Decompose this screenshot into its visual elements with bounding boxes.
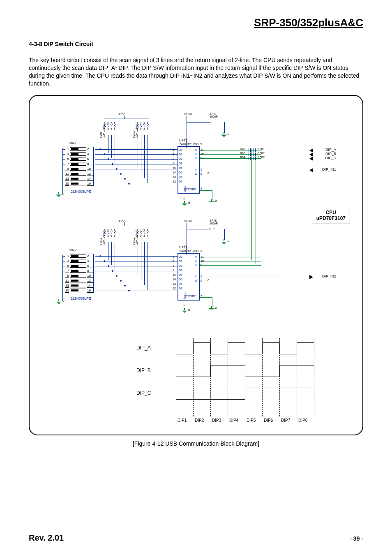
junction-dot	[128, 183, 130, 185]
res-ref: R62	[240, 148, 245, 150]
pin-name: D0	[179, 148, 182, 151]
wire	[62, 255, 63, 301]
res-ref: R63	[240, 152, 245, 155]
wire	[62, 169, 65, 169]
pin-number: 4	[173, 148, 174, 151]
switch-part: 218-008LPS	[71, 296, 91, 301]
switch-body	[70, 157, 86, 161]
pin-number: 11	[65, 279, 69, 283]
signal-label: DIP_IN2	[322, 274, 336, 278]
wire	[62, 286, 65, 286]
wire	[144, 135, 145, 178]
pin-number: 1	[173, 162, 174, 165]
wire	[187, 229, 211, 229]
pin-number: 3	[173, 153, 174, 156]
wire	[62, 281, 65, 281]
resistor-network: 54637281	[104, 228, 116, 237]
timing-col-label: DIP7	[281, 418, 290, 423]
pin-number: 13	[173, 176, 176, 178]
figure-caption: [Figure 4-12 USB Communication Block Dia…	[29, 440, 363, 447]
pin-name: D7	[179, 287, 182, 290]
pin-number: 4	[87, 259, 93, 263]
switch-body	[70, 264, 86, 268]
timing-col-label: DIP3	[212, 418, 221, 423]
footer-page-number: - 39 -	[350, 535, 363, 542]
wire	[200, 261, 261, 261]
wire	[148, 135, 148, 183]
junction-dot	[128, 290, 130, 291]
pin-number: 12	[87, 279, 93, 283]
wire	[95, 261, 178, 261]
wire	[95, 281, 178, 281]
ground-symbol: 0	[209, 306, 214, 311]
pin-number: 8	[87, 162, 93, 166]
wire	[251, 149, 252, 260]
res-val: 100F	[258, 148, 265, 150]
wire	[224, 122, 225, 133]
pin-number: 3	[65, 152, 69, 156]
switch-row: 9 10	[65, 166, 93, 171]
wire	[148, 242, 148, 290]
wire	[105, 242, 105, 255]
junction-dot	[108, 158, 109, 160]
switch-part: 218-008LPS	[71, 190, 91, 194]
cap-ref: BP47100nF	[210, 112, 218, 118]
pin-name: D6	[179, 176, 182, 178]
res-val: 100F	[258, 152, 265, 155]
junction-dot	[99, 255, 101, 257]
cpu-block: CPU uPD70F3107	[312, 207, 350, 224]
wire	[224, 229, 225, 240]
switch-row: 5 6	[65, 264, 93, 268]
wire	[62, 261, 65, 261]
pin-number: 6	[87, 157, 93, 161]
wire	[95, 164, 178, 164]
pin-name: B	[195, 259, 197, 262]
pin-name: A	[195, 148, 197, 151]
vcc-label: +3.3V	[116, 112, 125, 116]
wire	[260, 157, 260, 268]
ground-symbol: 0	[221, 239, 227, 244]
wire	[95, 184, 178, 184]
pin-number: 2	[87, 254, 93, 258]
pin-number: 9	[65, 274, 69, 278]
wire	[95, 276, 178, 276]
junction-dot	[112, 270, 113, 272]
switch-body	[70, 182, 86, 185]
footer-revision: Rev. 2.01	[29, 533, 64, 543]
res-ref: R64	[240, 156, 245, 159]
wire	[115, 242, 115, 270]
switch-body	[70, 147, 86, 151]
pin-number: 14	[87, 284, 93, 288]
pin-number: 13	[65, 284, 69, 288]
junction-dot	[124, 285, 126, 287]
timing-col-label: DIP8	[298, 418, 307, 423]
pin-number: 14	[87, 177, 93, 181]
wire	[95, 256, 178, 257]
switch-body	[70, 279, 86, 282]
wire	[62, 266, 65, 266]
wire	[104, 118, 149, 118]
switch-name: SW1	[69, 141, 77, 145]
wire	[62, 179, 65, 179]
wire	[187, 116, 187, 146]
switch-row: 11 12	[65, 171, 93, 176]
switch-body	[70, 269, 86, 273]
wire	[212, 190, 212, 200]
pin-number: 11	[65, 172, 69, 176]
pin-number: 3	[65, 259, 69, 263]
switch-row: 11 12	[65, 278, 93, 283]
wire	[95, 286, 178, 286]
ground-symbol: 0	[221, 132, 227, 137]
switch-body	[70, 284, 86, 287]
switch-body	[70, 152, 86, 156]
wire	[124, 222, 125, 226]
signal-label: DIP_C	[325, 156, 336, 160]
switch-body	[70, 289, 86, 292]
timing-divider	[176, 338, 176, 416]
timing-col-label: DIP2	[195, 418, 204, 423]
wire	[62, 174, 65, 174]
pin-name: W	[195, 279, 198, 282]
wire	[138, 242, 138, 275]
pin-number: 15	[173, 166, 176, 169]
wire	[124, 116, 125, 119]
